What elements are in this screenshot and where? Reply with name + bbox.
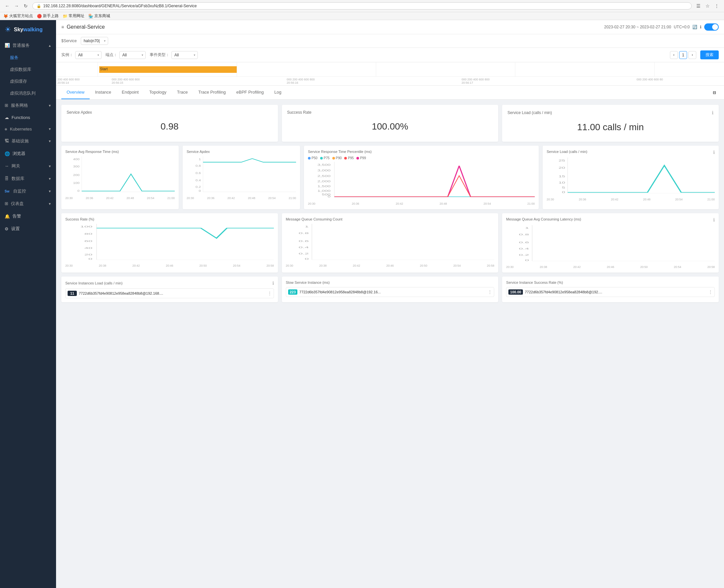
- tab-ebpf-profiling[interactable]: eBPF Profiling: [231, 86, 269, 99]
- bookmark-newuser[interactable]: 🔴新手上路: [37, 13, 59, 19]
- svg-text:0: 0: [78, 190, 80, 192]
- sidebar-item-alert[interactable]: 🔔告警: [0, 210, 56, 223]
- tabs-bar: Overview Instance Endpoint Topology Trac…: [56, 86, 724, 100]
- search-button[interactable]: 搜索: [700, 50, 719, 59]
- load-info-icon[interactable]: ℹ: [712, 110, 713, 115]
- bookmarks-bar: 🦊火狐官方站点 🔴新手上路 📁常用网址 🏪京东商城: [0, 12, 724, 20]
- filter-bar: 实例： All 端点： All 事件类型： All ‹ 1 ›: [56, 48, 724, 62]
- sidebar: ☀ Skywalking 📊普通服务 ▲ 服务 虚拟数据库 虚拟缓存 虚拟消息队…: [0, 20, 56, 588]
- chart-avg-response-area: 400 300 200 100 0: [65, 156, 175, 196]
- sidebar-item-virtual-cache[interactable]: 虚拟缓存: [0, 76, 56, 87]
- tab-topology[interactable]: Topology: [144, 86, 172, 99]
- svg-text:0.4: 0.4: [519, 247, 529, 250]
- svg-text:15: 15: [558, 175, 565, 178]
- svg-text:0: 0: [88, 257, 92, 260]
- sidebar-group-kubernetes[interactable]: ⎈Kubernetes ▼: [0, 123, 56, 135]
- next-page-button[interactable]: ›: [688, 51, 696, 59]
- menu-button[interactable]: ⋮: [713, 2, 721, 10]
- instance-panel-load: Service Instances Load (calls / min) ℹ 1…: [61, 276, 278, 302]
- toggle-switch[interactable]: [704, 23, 719, 30]
- instance-load-more[interactable]: ⋮: [268, 291, 272, 296]
- sidebar-item-service[interactable]: 服务: [0, 52, 56, 64]
- tab-trace[interactable]: Trace: [172, 86, 193, 99]
- chart-avg-response: Service Avg Response Time (ms) 400 300 2…: [61, 146, 179, 209]
- sidebar-group-self-monitor[interactable]: Sw自监控 ▼: [0, 185, 56, 197]
- instance-item-slow: 223 7722d6b357fd4e90812e958ea82848b8@192…: [286, 287, 495, 297]
- mq-latency-info-icon[interactable]: ℹ: [713, 217, 715, 223]
- charts-row-2: Success Rate (%) 100 80 60 40 20 0: [61, 213, 719, 273]
- address-bar[interactable]: 🔒 192.168.122.28:8080/dashboard/GENERAL/…: [32, 2, 692, 9]
- filter-label-node: 端点：: [105, 52, 117, 58]
- timeline-area: Start 200 400 600 800 20:56:14 000 200 4…: [56, 62, 724, 86]
- refresh-icon[interactable]: 🔄: [692, 25, 697, 29]
- filter-select-instance[interactable]: All: [75, 51, 102, 59]
- page-number: 1: [679, 51, 687, 59]
- extensions-button[interactable]: ☰: [694, 2, 702, 10]
- bookmark-firefox[interactable]: 🦊火狐官方站点: [3, 13, 33, 19]
- tab-endpoint[interactable]: Endpoint: [117, 86, 144, 99]
- sidebar-item-settings[interactable]: ⚙设置: [0, 223, 56, 235]
- tab-instance[interactable]: Instance: [90, 86, 117, 99]
- legend-p95: P95: [344, 156, 354, 160]
- svg-text:1: 1: [305, 225, 309, 228]
- sidebar-group-service-mesh[interactable]: ⊞服务网格 ▼: [0, 99, 56, 112]
- svg-text:0.2: 0.2: [195, 186, 201, 189]
- bookmark-button[interactable]: ☆: [704, 2, 711, 10]
- chart-avg-response-title: Service Avg Response Time (ms): [65, 150, 175, 153]
- filter-group-instance: 实例： All: [61, 51, 102, 59]
- instance-success-more[interactable]: ⋮: [708, 290, 712, 294]
- top-bar-left: ≡ General-Service: [61, 24, 105, 30]
- svg-text:0: 0: [525, 259, 529, 262]
- instance-panel-load-header: Service Instances Load (calls / min) ℹ: [65, 280, 274, 286]
- chart-success-rate-area: 100 80 60 40 20 0: [65, 224, 274, 264]
- instance-slow-more[interactable]: ⋮: [488, 290, 492, 294]
- service-label: $Service: [61, 39, 77, 43]
- chart-success-rate: Success Rate (%) 100 80 60 40 20 0: [61, 213, 278, 273]
- instance-slow-badge: 223: [288, 289, 297, 295]
- bookmark-common[interactable]: 📁常用网址: [63, 13, 84, 19]
- instance-panel-success-title: Service Instance Success Rate (%): [506, 280, 563, 285]
- instance-load-info-icon[interactable]: ℹ: [272, 280, 274, 286]
- chart-mq-count-title: Message Queue Consuming Count: [286, 217, 495, 221]
- tab-trace-profiling[interactable]: Trace Profiling: [193, 86, 231, 99]
- instance-panel-slow: Slow Service Instance (ms) 223 7722d6b35…: [282, 276, 498, 302]
- legend-p50: P50: [308, 156, 317, 160]
- instance-panel-slow-title: Slow Service Instance (ms): [286, 280, 330, 285]
- sidebar-group-dashboard[interactable]: ⊞仪表盘 ▼: [0, 197, 56, 210]
- tab-log[interactable]: Log: [269, 86, 287, 99]
- sidebar-group-general-service[interactable]: 📊普通服务 ▲: [0, 39, 56, 52]
- panel-load-title: Service Load (calls / min) ℹ: [508, 110, 713, 115]
- legend-p99: P99: [356, 156, 366, 160]
- main-content: ≡ General-Service 2023-02-27 20:30 ~ 202…: [56, 20, 724, 588]
- back-button[interactable]: ←: [3, 2, 11, 10]
- tab-overview[interactable]: Overview: [61, 86, 90, 99]
- instance-load-badge: 11: [67, 291, 77, 296]
- top-bar-right: 2023-02-27 20:30 ~ 2023-02-27 21:00 UTC+…: [604, 23, 719, 30]
- filter-select-event[interactable]: All: [171, 51, 198, 59]
- reload-button[interactable]: ↻: [22, 2, 30, 10]
- svg-text:100: 100: [80, 225, 92, 228]
- charts-row-1: Service Avg Response Time (ms) 400 300 2…: [61, 146, 719, 209]
- chart-apdex-title: Service Apdex: [187, 150, 296, 153]
- forward-button[interactable]: →: [13, 2, 20, 10]
- svg-text:2,000: 2,000: [317, 180, 331, 183]
- prev-page-button[interactable]: ‹: [670, 51, 678, 59]
- tab-icon[interactable]: ⊟: [710, 88, 719, 98]
- bookmark-jd[interactable]: 🏪京东商城: [88, 13, 110, 19]
- sidebar-item-virtual-db[interactable]: 虚拟数据库: [0, 64, 56, 76]
- svg-text:0: 0: [305, 257, 309, 260]
- chart-service-load-x-axis: 20:3020:3620:4220:4820:5421:00: [546, 198, 715, 201]
- chart-mq-count: Message Queue Consuming Count 1 0.8 0.6 …: [282, 213, 498, 273]
- filter-select-node[interactable]: All: [119, 51, 146, 59]
- sidebar-item-virtual-mq[interactable]: 虚拟消息队列: [0, 87, 56, 99]
- sidebar-item-functions[interactable]: ☁Functions: [0, 112, 56, 123]
- sidebar-group-infra[interactable]: 🏗基础设施 ▼: [0, 135, 56, 147]
- info-icon[interactable]: ℹ: [700, 25, 702, 29]
- service-select[interactable]: halo|n70|: [81, 37, 108, 45]
- sidebar-group-database[interactable]: 🗄数据库 ▼: [0, 172, 56, 185]
- sidebar-item-browser[interactable]: 🌐浏览器: [0, 147, 56, 160]
- sidebar-group-gateway[interactable]: ↔网关 ▼: [0, 160, 56, 172]
- service-load-info-icon[interactable]: ℹ: [713, 150, 715, 155]
- svg-text:5: 5: [562, 186, 565, 189]
- browser-actions: ☰ ☆ ⋮: [694, 2, 721, 10]
